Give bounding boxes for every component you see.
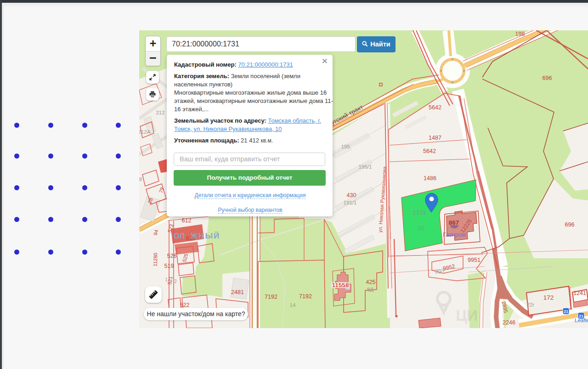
svg-text:2481: 2481 xyxy=(231,289,244,295)
svg-text:1731: 1731 xyxy=(413,209,426,216)
svg-text:526: 526 xyxy=(167,253,177,259)
svg-text:7192: 7192 xyxy=(299,293,312,300)
svg-text:14: 14 xyxy=(290,302,296,308)
svg-text:22г: 22г xyxy=(527,302,535,307)
svg-text:696: 696 xyxy=(565,221,575,228)
svg-text:198: 198 xyxy=(515,31,525,37)
svg-text:11558: 11558 xyxy=(332,282,349,289)
svg-text:5642: 5642 xyxy=(423,148,436,154)
svg-text:10: 10 xyxy=(418,225,424,232)
svg-text:38: 38 xyxy=(139,176,142,182)
svg-text:5642: 5642 xyxy=(429,104,441,111)
svg-text:Газпром: Газпром xyxy=(443,231,466,238)
svg-text:Leaflet: Leaflet xyxy=(575,318,588,323)
svg-text:212А: 212А xyxy=(139,129,151,135)
svg-text:1: 1 xyxy=(165,277,168,282)
svg-text:195/1: 195/1 xyxy=(359,164,372,170)
svg-text:522: 522 xyxy=(180,302,190,308)
svg-text:430: 430 xyxy=(347,192,356,199)
svg-text:1486: 1486 xyxy=(424,175,436,182)
svg-text:2: 2 xyxy=(174,279,177,284)
svg-text:9951: 9951 xyxy=(468,257,481,263)
svg-text:191/1: 191/1 xyxy=(344,200,357,205)
svg-text:20/1: 20/1 xyxy=(435,269,445,274)
svg-text:7192: 7192 xyxy=(265,294,277,300)
svg-text:612: 612 xyxy=(182,217,192,224)
svg-text:867: 867 xyxy=(449,219,459,226)
svg-text:2246: 2246 xyxy=(503,319,515,326)
svg-text:1241: 1241 xyxy=(573,290,586,296)
svg-text:696: 696 xyxy=(543,75,552,81)
svg-text:21: 21 xyxy=(564,309,568,314)
svg-text:519: 519 xyxy=(164,263,174,269)
svg-text:195: 195 xyxy=(341,144,350,149)
svg-text:1487: 1487 xyxy=(429,135,441,141)
svg-text:ЦИ: ЦИ xyxy=(456,307,477,324)
svg-text:8Д: 8Д xyxy=(367,287,373,292)
svg-text:172: 172 xyxy=(543,294,554,301)
svg-text:11280: 11280 xyxy=(152,253,158,267)
svg-text:425: 425 xyxy=(366,279,376,285)
svg-text:ЖНЫЙ: ЖНЫЙ xyxy=(190,232,220,240)
svg-text:212: 212 xyxy=(156,110,164,115)
svg-text:ОЛ: ОЛ xyxy=(174,232,185,240)
